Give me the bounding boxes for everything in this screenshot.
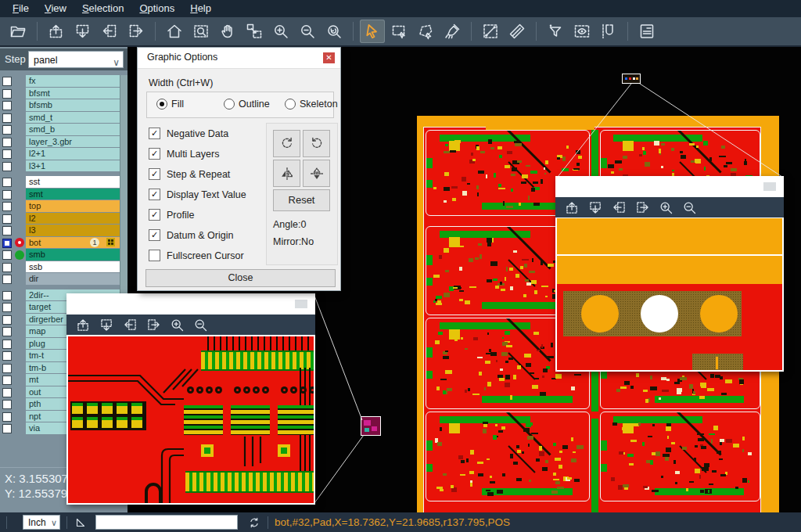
layer-visibility-checkbox[interactable]: [2, 303, 12, 312]
zoom-in-button[interactable]: [655, 198, 677, 217]
width-radio-outline[interactable]: Outline: [224, 99, 270, 110]
option-display-text-value[interactable]: ✓Display Text Value: [149, 189, 246, 200]
layer-row-l3+1[interactable]: l3+1: [0, 160, 120, 173]
filter-button[interactable]: [543, 20, 568, 43]
layer-name[interactable]: dir: [26, 273, 120, 285]
layer-name[interactable]: l2+1: [26, 148, 120, 160]
layer-name[interactable]: smb: [26, 249, 120, 261]
option-datum-origin[interactable]: ✓Datum & Origin: [149, 229, 233, 241]
mirror-horizontal-button[interactable]: [273, 160, 300, 187]
layer-visibility-checkbox[interactable]: [2, 291, 12, 300]
popup-window-button[interactable]: [763, 182, 776, 191]
layer-name[interactable]: bfsmt: [26, 88, 120, 99]
option-multi-layers[interactable]: ✓Multi Layers: [149, 148, 219, 160]
layer-visibility-checkbox[interactable]: [2, 412, 12, 422]
send-up-button[interactable]: [561, 198, 583, 217]
layer-name[interactable]: bfsmb: [26, 99, 120, 111]
layer-name[interactable]: fx: [26, 75, 120, 87]
menu-selection[interactable]: Selection: [74, 0, 131, 17]
mirror-vertical-button[interactable]: [303, 160, 330, 187]
send-left-button[interactable]: [97, 20, 122, 43]
dialog-title-bar[interactable]: Graphic Options ✕: [138, 48, 340, 69]
close-button[interactable]: Close: [145, 269, 336, 287]
width-radio-fill[interactable]: Fill: [156, 99, 184, 110]
layer-row-bfsmb[interactable]: bfsmb: [0, 99, 120, 112]
zoom-in-button[interactable]: [268, 20, 293, 43]
zoom-previous-button[interactable]: [321, 20, 347, 43]
layer-visibility-checkbox[interactable]: [2, 315, 12, 325]
menu-view[interactable]: View: [37, 0, 74, 17]
send-left-button[interactable]: [608, 198, 630, 217]
magnifier-left-title-bar[interactable]: [66, 293, 315, 315]
corner-angle-icon[interactable]: [74, 516, 88, 530]
layer-name[interactable]: l3+1: [26, 160, 120, 172]
send-down-button[interactable]: [70, 20, 95, 43]
ruler-button[interactable]: [505, 20, 530, 43]
menu-help[interactable]: Help: [182, 0, 219, 17]
layer-visibility-checkbox[interactable]: [2, 101, 12, 110]
layer-visibility-checkbox[interactable]: [2, 226, 12, 235]
layer-row-layer_3.gbr[interactable]: layer_3.gbr: [0, 136, 120, 149]
layer-visibility-checkbox[interactable]: [2, 138, 12, 147]
layer-name[interactable]: top: [26, 200, 120, 212]
send-up-button[interactable]: [44, 20, 69, 43]
move-view-button[interactable]: [242, 20, 267, 43]
zoom-window-button[interactable]: [189, 20, 214, 43]
option-profile[interactable]: ✓Profile: [149, 209, 194, 221]
command-input[interactable]: [95, 515, 238, 530]
zoom-out-button[interactable]: [295, 20, 320, 43]
send-right-button[interactable]: [124, 20, 149, 43]
layer-visibility-checkbox[interactable]: [2, 388, 12, 397]
layer-visibility-checkbox[interactable]: [2, 113, 12, 123]
send-right-button[interactable]: [142, 315, 164, 334]
layer-grid-icon[interactable]: [106, 238, 115, 246]
layer-visibility-checkbox[interactable]: [2, 214, 12, 224]
layer-visibility-checkbox[interactable]: [2, 376, 12, 385]
polygon-select-button[interactable]: [413, 20, 438, 43]
layer-row-ssb[interactable]: ssb: [0, 261, 120, 274]
layer-list-button[interactable]: [634, 20, 659, 43]
layer-visibility-checkbox[interactable]: [2, 77, 12, 86]
zoom-out-button[interactable]: [678, 198, 700, 217]
option-negative-data[interactable]: ✓Negative Data: [149, 128, 228, 139]
layer-visibility-checkbox[interactable]: [2, 250, 12, 260]
layer-row-l2+1[interactable]: l2+1: [0, 148, 120, 160]
layer-row-smd_b[interactable]: smd_b: [0, 124, 120, 136]
layer-visibility-checkbox[interactable]: [2, 202, 12, 211]
close-icon[interactable]: ✕: [323, 52, 335, 63]
layer-visibility-checkbox[interactable]: [2, 424, 12, 433]
unit-select[interactable]: Inch ∨: [23, 515, 60, 530]
send-down-button[interactable]: [584, 198, 606, 217]
rotate-cw-button[interactable]: [273, 130, 300, 157]
send-down-button[interactable]: [95, 315, 117, 334]
step-select[interactable]: panel ∨: [28, 51, 124, 68]
layer-row-sst[interactable]: sst: [0, 176, 120, 189]
menu-options[interactable]: Options: [131, 0, 182, 17]
layer-visibility-checkbox[interactable]: [2, 162, 12, 171]
home-button[interactable]: [162, 20, 187, 43]
width-radio-skeleton[interactable]: Skeleton: [285, 99, 338, 110]
rotate-ccw-button[interactable]: [303, 130, 330, 157]
layer-name[interactable]: ssb: [26, 261, 120, 273]
send-up-button[interactable]: [72, 315, 94, 334]
layer-row-dir[interactable]: dir: [0, 273, 120, 286]
layer-visibility-checkbox[interactable]: [2, 351, 12, 361]
layer-visibility-checkbox[interactable]: [2, 239, 12, 248]
send-right-button[interactable]: [631, 198, 653, 217]
magnifier-right-title-bar[interactable]: [555, 176, 784, 197]
layer-visibility-checkbox[interactable]: [2, 125, 12, 135]
layer-name[interactable]: sst: [26, 176, 120, 188]
highlight-eye-button[interactable]: [569, 20, 594, 43]
layer-visibility-checkbox[interactable]: [2, 89, 12, 99]
layer-row-smb[interactable]: smb: [0, 249, 120, 261]
layer-name[interactable]: l2: [26, 213, 120, 225]
option-step-repeat[interactable]: ✓Step & Repeat: [149, 168, 230, 180]
layer-row-l2[interactable]: l2: [0, 213, 120, 225]
layer-row-smd_t[interactable]: smd_t: [0, 112, 120, 124]
layer-visibility-checkbox[interactable]: [2, 190, 12, 200]
layer-visibility-checkbox[interactable]: [2, 327, 12, 336]
layer-row-bot[interactable]: bot1: [0, 237, 120, 250]
layer-visibility-checkbox[interactable]: [2, 263, 12, 272]
layer-visibility-checkbox[interactable]: [2, 178, 12, 187]
layer-row-top[interactable]: top: [0, 200, 120, 213]
